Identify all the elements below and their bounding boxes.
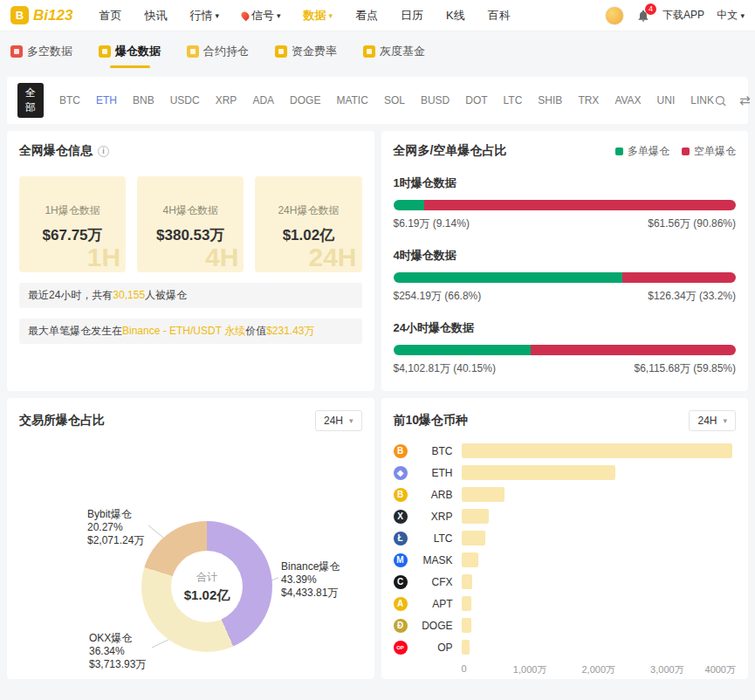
coin-filter-全部[interactable]: 全部 [17, 83, 44, 118]
ls-short-value: $61.56万 (90.86%) [648, 216, 736, 231]
chevron-down-icon: ▾ [277, 11, 281, 20]
nav-item-快讯[interactable]: 快讯 [144, 8, 167, 24]
ls-section-label: 1时爆仓数据 [394, 175, 737, 191]
nav-item-信号[interactable]: 信号▾ [242, 8, 281, 24]
bar-DOGE[interactable] [462, 618, 471, 633]
cfx-icon: C [394, 575, 408, 589]
ls-bar [394, 345, 737, 355]
nav-item-日历[interactable]: 日历 [401, 8, 423, 24]
eth-icon: ◆ [394, 466, 408, 480]
bar-MASK[interactable] [462, 552, 479, 567]
coin-filter-ETH[interactable]: ETH [96, 94, 117, 106]
x-tick: 4000万 [705, 663, 736, 676]
tab-爆仓数据[interactable]: 爆仓数据 [99, 44, 161, 68]
bar-BTC[interactable] [462, 443, 733, 458]
exchange-pie-card: 交易所爆仓占比 24H▾ 合计 $1.02亿 Bybit爆仓 20.27% $2… [7, 398, 374, 679]
tab-main: 多空数据 [10, 44, 72, 59]
period-select-exchange[interactable]: 24H▾ [315, 410, 362, 431]
bar-LTC[interactable] [462, 531, 486, 546]
nav-item-首页[interactable]: 首页 [99, 8, 121, 24]
info-icon[interactable]: i [98, 146, 109, 157]
notification-bell[interactable]: 4 [636, 9, 650, 23]
bar-track [462, 509, 737, 524]
ls-bar-short [622, 272, 736, 283]
coin-filter-USDC[interactable]: USDC [170, 94, 200, 106]
ls-long-value: $254.19万 (66.8%) [394, 289, 482, 304]
main-nav: 首页快讯行情▾信号▾数据▾看点日历K线百科 [99, 8, 510, 24]
bar-XRP[interactable] [462, 509, 489, 524]
bar-OP[interactable] [462, 640, 470, 655]
pie-label-binance: Binance爆仓 43.39% $4,433.81万 [281, 560, 340, 600]
coin-filter-BUSD[interactable]: BUSD [421, 94, 450, 106]
donut-center: 合计 $1.02亿 [171, 551, 243, 622]
coin-filter-BNB[interactable]: BNB [133, 94, 154, 106]
coin-filter-LTC[interactable]: LTC [504, 94, 523, 106]
x-tick: 1,000万 [513, 663, 547, 676]
nav-item-行情[interactable]: 行情▾ [189, 8, 219, 24]
bar-label-OP: OP [415, 642, 453, 654]
coin-filter-ADA[interactable]: ADA [252, 94, 274, 106]
contract-positions-icon [187, 45, 199, 58]
period-select-top-coins[interactable]: 24H▾ [689, 410, 736, 431]
chevron-down-icon: ▾ [740, 11, 745, 20]
bar-row-ARB: BARB [394, 484, 737, 505]
bar-APT[interactable] [462, 596, 472, 611]
swap-icon[interactable]: ⇄ [739, 93, 751, 108]
liq-box-watermark: 1H [87, 243, 120, 272]
tab-资金费率[interactable]: 资金费率 [275, 44, 337, 68]
nav-item-label: 首页 [99, 8, 121, 24]
tab-合约持仓[interactable]: 合约持仓 [187, 44, 249, 68]
bar-row-ETH: ◆ETH [394, 462, 737, 484]
nav-item-数据[interactable]: 数据▾ [303, 8, 333, 24]
xrp-icon: X [394, 510, 408, 524]
coin-filter-SOL[interactable]: SOL [384, 94, 405, 106]
max-liquidation-pair[interactable]: Binance - ETH/USDT 永续 [122, 325, 245, 337]
coin-filter-UNI[interactable]: UNI [657, 94, 676, 106]
logo[interactable]: B Bi123 [10, 6, 72, 24]
tab-灰度基金[interactable]: 灰度基金 [363, 44, 425, 68]
tab-underline [198, 65, 238, 68]
ls-section-1h: 1时爆仓数据 $6.19万 (9.14%) $61.56万 (90.86%) [394, 175, 737, 231]
logo-text: Bi123 [33, 7, 72, 24]
coin-filter-SHIB[interactable]: SHIB [538, 94, 562, 106]
bar-CFX[interactable] [462, 574, 473, 589]
coin-filter-LINK[interactable]: LINK [690, 94, 714, 106]
coin-filter-BTC[interactable]: BTC [59, 94, 80, 106]
ls-bar-long [394, 200, 425, 210]
coin-filter-DOGE[interactable]: DOGE [290, 94, 320, 106]
pie-area: 合计 $1.02亿 Bybit爆仓 20.27% $2,071.24万 Bina… [19, 438, 362, 669]
language-selector[interactable]: 中文 ▾ [717, 8, 745, 23]
coin-filter-MATIC[interactable]: MATIC [336, 94, 367, 106]
tab-underline [110, 65, 150, 68]
download-app-link[interactable]: 下载APP [662, 8, 704, 23]
ls-bar-short [531, 345, 736, 355]
bar-label-ETH: ETH [415, 467, 453, 479]
x-tick: 2,000万 [581, 663, 615, 676]
liq-box-4h: 4H爆仓数据 $380.53万 4H [137, 176, 244, 272]
user-avatar[interactable] [605, 6, 624, 25]
nav-item-K线[interactable]: K线 [446, 8, 465, 24]
liq-box-watermark: 24H [308, 243, 356, 272]
ls-section-4h: 4时爆仓数据 $254.19万 (66.8%) $126.34万 (33.2%) [394, 248, 737, 304]
pie-label-bybit: Bybit爆仓 20.27% $2,071.24万 [87, 508, 144, 547]
nav-item-看点[interactable]: 看点 [355, 8, 378, 24]
ls-section-24h: 24小时爆仓数据 $4,102.81万 (40.15%) $6,115.68万 … [394, 320, 737, 376]
tab-多空数据[interactable]: 多空数据 [10, 44, 72, 68]
ls-section-label: 4时爆仓数据 [394, 248, 737, 264]
nav-item-百科[interactable]: 百科 [488, 8, 511, 24]
coin-filter-bar: 全部BTCETHBNBUSDCXRPADADOGEMATICSOLBUSDDOT… [7, 77, 748, 124]
bar-ARB[interactable] [462, 487, 505, 502]
search-icon[interactable] [714, 94, 727, 107]
coin-filter-DOT[interactable]: DOT [465, 94, 487, 106]
bar-ETH[interactable] [462, 465, 616, 480]
coin-filter-TRX[interactable]: TRX [578, 94, 599, 106]
note-max-single-liquidation: 最大单笔爆仓发生在Binance - ETH/USDT 永续价值$231.43万 [19, 319, 362, 344]
coin-filter-AVAX[interactable]: AVAX [614, 94, 641, 106]
nav-item-label: 日历 [401, 8, 423, 24]
tab-label: 合约持仓 [203, 44, 249, 59]
long-short-data-icon [10, 45, 23, 58]
liquidated-people-count: 30,155 [113, 289, 145, 301]
coin-filter-XRP[interactable]: XRP [216, 94, 237, 106]
bar-row-CFX: CCFX [394, 571, 737, 593]
donut-chart[interactable]: 合计 $1.02亿 [141, 521, 272, 652]
